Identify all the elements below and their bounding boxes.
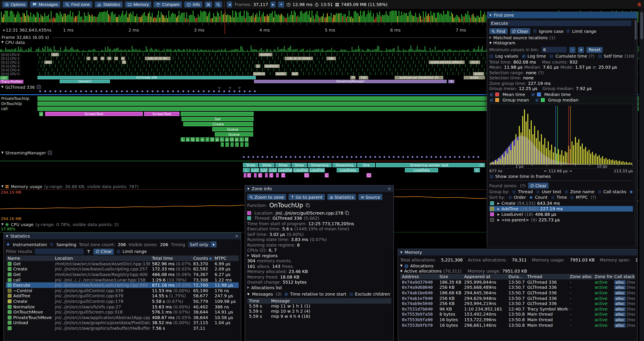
messages-button[interactable]: Messages: [30, 1, 60, 8]
limit-range-checkbox[interactable]: Limit range: [116, 249, 147, 254]
collapse-icon[interactable]: ▼: [400, 251, 402, 254]
zone-bar[interactable]: audio.se: [253, 72, 265, 76]
zone-bar[interactable]: [235, 142, 239, 147]
thread-options-icon[interactable]: [48, 151, 52, 155]
frame-marker[interactable]: ▽: [238, 87, 240, 90]
collapse-icon[interactable]: ▼: [1, 185, 4, 188]
show-zone-time-checkbox[interactable]: Show zone time in frames: [489, 174, 551, 179]
collapse-icon[interactable]: ▼: [247, 187, 250, 190]
message-dot[interactable]: [85, 90, 87, 92]
found-zones-clear-button[interactable]: ∅Clear: [528, 183, 549, 189]
message-dot[interactable]: [337, 156, 338, 158]
message-dot[interactable]: [239, 90, 240, 92]
zone-bar[interactable]: C: [269, 173, 273, 177]
zone-bar[interactable]: U: [210, 137, 214, 142]
message-dot[interactable]: [116, 90, 118, 92]
timing-combo[interactable]: Self only ▼: [188, 241, 216, 247]
table-row[interactable]: calljni/../jni/../../../src/claw/base/Lu…: [6, 277, 239, 282]
zone-bar[interactable]: Ci: [304, 173, 309, 177]
group-by-thread[interactable]: Thread: [512, 189, 533, 194]
message-dot[interactable]: [162, 90, 164, 92]
message-row[interactable]: 5.59 smip 11 w 1 h 1 (1): [247, 303, 391, 308]
zone-bar[interactable]: audioserver (AudioOut_D): [395, 76, 443, 79]
active-allocations-header[interactable]: ▼ Active allocations (70,311) Memory usa…: [400, 268, 635, 274]
table-row[interactable]: Executejni/../jni/src/claw/base/LuaScrip…: [6, 282, 239, 288]
alloc-callstack-button[interactable]: alloc: [614, 318, 626, 322]
zone-bar[interactable]: i: [206, 137, 209, 142]
zone-bar[interactable]: L: [240, 137, 244, 142]
zone-bar[interactable]: Ci: [366, 173, 371, 177]
zone-bar[interactable]: Trac: [359, 76, 368, 79]
message-dot[interactable]: [152, 90, 154, 92]
ignore-case-checkbox[interactable]: Ignore case: [533, 29, 564, 34]
message-dot[interactable]: [327, 156, 329, 158]
message-dot[interactable]: [393, 156, 395, 158]
message-dot[interactable]: [90, 90, 92, 92]
group-by-user-text[interactable]: User text: [536, 189, 561, 194]
zone-bar[interactable]: aut: [292, 72, 298, 76]
message-dot[interactable]: [304, 156, 306, 158]
message-dot[interactable]: [351, 156, 352, 158]
prev-frame-button[interactable]: ◀: [227, 1, 232, 8]
zone-bar[interactable]: g: [39, 112, 43, 116]
instrumentation-radio[interactable]: [6, 242, 10, 246]
zone-bar[interactable]: audio.service (effect): [429, 61, 464, 64]
allocation-row[interactable]: 0x74a9d37040186.35 KB295,999,844ns13:50.…: [400, 279, 635, 285]
zone-bar[interactable]: [181, 112, 254, 116]
alloc-callstack-button[interactable]: alloc: [614, 323, 626, 327]
message-dot[interactable]: [398, 156, 399, 158]
message-dot[interactable]: [126, 90, 128, 92]
allocation-row[interactable]: 0x7531d7b04096 KB1:10 234,952,16112:40.7…: [400, 306, 635, 311]
zone-bar[interactable]: Strea: [292, 163, 307, 167]
message-dot[interactable]: [323, 156, 324, 158]
glthread-header[interactable]: ▼ GLThread 336: [1, 85, 41, 90]
table-row[interactable]: Createjni/../jni/src/claw/base/LuaScript…: [6, 266, 239, 272]
message-dot[interactable]: [276, 156, 278, 158]
message-dot[interactable]: [142, 90, 143, 92]
zone-bar[interactable]: LoadDaU: [310, 168, 325, 172]
zone-bar[interactable]: LoU: [268, 168, 277, 172]
frame-dropdown-button[interactable]: ▼: [278, 1, 284, 8]
exclude-children-checkbox[interactable]: Exclude children: [349, 292, 390, 296]
scrollbar-thumb[interactable]: [634, 20, 637, 40]
find-zone-query-input[interactable]: [489, 20, 632, 27]
alloc-callstack-button[interactable]: alloc: [614, 312, 626, 317]
self-time-checkbox[interactable]: Self time(100.00%): [598, 54, 637, 59]
go-to-parent-button[interactable]: ↑Go to parent: [288, 194, 324, 200]
message-dot[interactable]: [167, 90, 169, 92]
found-zone-group[interactable]: ▶AddTree(18,542)227.19 ms: [489, 206, 633, 212]
alloc-callstack-button[interactable]: alloc: [614, 301, 626, 306]
zone-bar[interactable]: Streaming worker task: [376, 163, 482, 167]
collapse-icon[interactable]: ▼: [1, 41, 4, 44]
message-dot[interactable]: [473, 156, 474, 158]
message-dot[interactable]: [257, 156, 259, 158]
thread-options-icon[interactable]: [36, 85, 41, 89]
zone-bar[interactable]: LoadDat: [293, 168, 308, 172]
cpu-data-header[interactable]: ▼ CPU data: [1, 40, 25, 45]
message-dot[interactable]: [370, 156, 371, 158]
message-dot[interactable]: [384, 156, 385, 158]
frame-marker[interactable]: ▽: [218, 87, 220, 90]
close-icon[interactable]: ×: [388, 186, 391, 191]
zone-bar[interactable]: StreamingManager: [254, 80, 447, 83]
zone-bar[interactable]: mi.tl: [470, 61, 480, 64]
alloc-callstack-button[interactable]: alloc: [614, 296, 626, 300]
found-zone-group[interactable]: ▶LoadLevel(18)406.88 µs: [489, 212, 633, 217]
message-dot[interactable]: [218, 90, 220, 92]
sort-by-mtpc[interactable]: MTPC: [570, 195, 588, 200]
min-bin-increase-button[interactable]: +: [578, 47, 584, 53]
message-dot[interactable]: [249, 90, 250, 92]
message-dot[interactable]: [435, 156, 437, 158]
zone-bar[interactable]: L: [220, 137, 224, 142]
zone-bar[interactable]: U: [230, 137, 234, 142]
collapse-icon[interactable]: ▼: [6, 234, 8, 238]
message-dot[interactable]: [188, 90, 189, 92]
allocation-row[interactable]: 0x74a9d68040256 KB295,668,489ns13:50.7GL…: [400, 285, 635, 290]
zone-bar[interactable]: LoU: [260, 168, 268, 172]
collapse-icon[interactable]: ▼: [1, 223, 4, 226]
zone-bar[interactable]: Streaming: [308, 163, 332, 167]
min-bin-input[interactable]: [542, 47, 567, 53]
zone-bar[interactable]: C: [258, 173, 262, 177]
message-dot[interactable]: [70, 90, 72, 92]
message-dot[interactable]: [440, 156, 442, 158]
